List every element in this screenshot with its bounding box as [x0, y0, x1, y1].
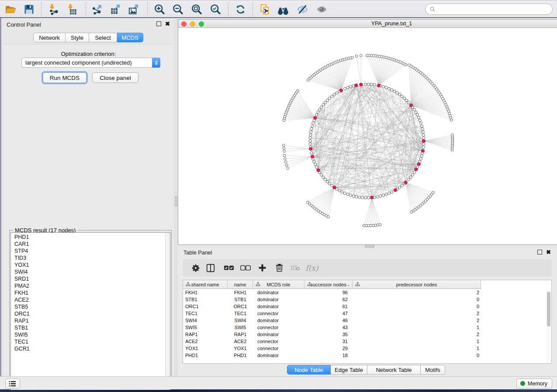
column-header-MCDS-role[interactable]: MCDS role — [253, 280, 304, 289]
scrollbar-thumb[interactable] — [547, 292, 550, 327]
mcds-result-item[interactable]: YOX1 — [14, 261, 165, 268]
table-settings-button[interactable] — [189, 261, 203, 275]
column-header-shared-name[interactable]: shared name — [183, 280, 228, 289]
mcds-result-item[interactable]: STB5 — [14, 303, 165, 310]
network-node — [349, 85, 352, 88]
function-builder-button[interactable]: f(x) — [305, 261, 319, 275]
horizontal-split-divider[interactable] — [178, 245, 557, 248]
mcds-result-item[interactable]: SWI5 — [14, 331, 165, 338]
cell-name: RAP1 — [228, 331, 253, 338]
column-header-name[interactable]: name — [228, 280, 253, 289]
network-node — [315, 166, 318, 168]
mcds-result-item[interactable]: FKH1 — [14, 289, 165, 296]
tab-mcds[interactable]: MCDS — [117, 33, 143, 42]
tab-style[interactable]: Style — [66, 33, 89, 42]
mcds-result-scrollbar[interactable] — [165, 232, 170, 391]
column-header-successor-nodes[interactable]: successor nodes⌄ — [304, 280, 353, 289]
mcds-result-item[interactable]: STP4 — [14, 248, 165, 254]
tab-node-table[interactable]: Node Table — [287, 365, 331, 375]
mcds-result-item[interactable]: ACE2 — [14, 296, 165, 303]
mcds-result-list[interactable]: PHD1CAR1STP4TID3YOX1SWI4SRD1PMA2FKH1ACE2… — [10, 232, 165, 391]
save-session-button[interactable] — [21, 3, 37, 15]
mcds-result-item[interactable]: ORC1 — [14, 310, 165, 317]
delete-column-button[interactable] — [272, 261, 286, 275]
network-node — [322, 176, 325, 179]
mcds-node — [339, 89, 343, 92]
table-row[interactable]: RAP1RAP1dominator352 — [183, 331, 546, 338]
run-mcds-button[interactable]: Run MCDS — [43, 72, 86, 83]
divider-grip[interactable] — [175, 196, 177, 206]
table-row[interactable]: SWI4SWI4dominator462 — [183, 317, 546, 324]
table-row[interactable]: ORC1ORC1dominator610 — [183, 303, 546, 310]
mcds-result-item[interactable]: TID3 — [14, 254, 165, 261]
mcds-result-item[interactable]: SWI4 — [14, 268, 165, 275]
network-node — [391, 191, 393, 193]
memory-button[interactable]: Memory — [516, 378, 552, 389]
export-table-button[interactable] — [107, 3, 123, 15]
network-window-titlebar[interactable]: YPA_prune.txt_1 — [178, 20, 557, 28]
import-table-button[interactable] — [64, 3, 80, 15]
table-row[interactable]: ACE2ACE2connector311 — [183, 338, 546, 345]
network-node — [364, 83, 367, 86]
mcds-result-item[interactable]: GCR1 — [14, 345, 165, 352]
mcds-result-item[interactable]: RAP1 — [14, 317, 165, 324]
zoom-selected-button[interactable] — [208, 3, 223, 15]
tab-network[interactable]: Network — [33, 33, 66, 42]
add-column-button[interactable] — [255, 261, 269, 275]
zoom-out-button[interactable] — [170, 3, 186, 15]
network-graph[interactable] — [178, 28, 557, 244]
hide-selected-button[interactable] — [294, 3, 310, 15]
minimize-window-icon[interactable] — [190, 21, 195, 27]
search-input[interactable] — [436, 5, 552, 14]
close-panel-icon[interactable]: ✖ — [546, 250, 551, 254]
toolbar-separator — [228, 2, 228, 16]
column-header-predecessor-nodes[interactable]: predecessor nodes — [353, 280, 481, 289]
table-row[interactable]: SWI5SWI5connector431 — [183, 324, 546, 331]
cell-successor-nodes: 35 — [304, 331, 353, 338]
tab-network-table[interactable]: Network Table — [367, 365, 421, 375]
table-row[interactable]: PHD1PHD1dominator180 — [183, 352, 546, 359]
copy-network-button[interactable] — [257, 3, 273, 15]
export-network-button[interactable] — [89, 3, 105, 15]
optimization-criterion-select[interactable]: largest connected component (undirected) — [21, 58, 160, 68]
network-node — [405, 99, 408, 102]
zoom-in-button[interactable] — [152, 3, 167, 15]
mcds-result-item[interactable]: SRD1 — [14, 275, 165, 282]
network-canvas[interactable] — [178, 28, 557, 244]
table-row[interactable]: YOX1YOX1connector291 — [183, 345, 546, 352]
float-panel-icon[interactable] — [156, 21, 161, 26]
tab-motifs[interactable]: Motifs — [421, 365, 445, 375]
mcds-result-item[interactable]: PHD1 — [14, 234, 165, 241]
export-image-button[interactable] — [126, 3, 142, 15]
float-panel-icon[interactable] — [537, 250, 542, 254]
tab-edge-table[interactable]: Edge Table — [331, 365, 367, 375]
show-hidden-button[interactable] — [314, 3, 329, 15]
search-network-button[interactable] — [275, 3, 291, 15]
table-row[interactable]: FKH1FKH1dominator962 — [183, 289, 546, 296]
mcds-result-item[interactable]: STB1 — [14, 324, 165, 331]
mcds-result-item[interactable]: PMA2 — [14, 282, 165, 289]
mcds-result-item[interactable]: TEC1 — [14, 338, 165, 345]
table-row[interactable]: STB1STB1dominator620 — [183, 296, 546, 303]
import-network-button[interactable] — [45, 3, 61, 15]
close-panel-button[interactable]: Close panel — [92, 72, 138, 83]
zoom-fit-button[interactable] — [189, 3, 204, 15]
close-panel-icon[interactable]: ✖ — [165, 21, 170, 26]
close-window-icon[interactable] — [181, 21, 187, 27]
table-row[interactable]: TEC1TEC1connector472 — [183, 310, 546, 317]
tab-select[interactable]: Select — [89, 33, 117, 42]
select-all-columns-button[interactable] — [222, 261, 236, 275]
delete-table-button[interactable] — [288, 261, 302, 275]
satellite-node — [408, 64, 411, 66]
mcds-result-item[interactable]: CAR1 — [14, 241, 165, 248]
refresh-layout-button[interactable] — [232, 3, 248, 15]
divider-grip[interactable] — [365, 245, 374, 248]
unselect-all-columns-button[interactable] — [239, 261, 253, 275]
open-file-button[interactable] — [3, 3, 18, 15]
show-column-panel-button[interactable] — [204, 261, 218, 275]
automation-panel-button[interactable] — [5, 378, 20, 389]
vertical-split-divider[interactable] — [174, 18, 178, 376]
mcds-node — [355, 84, 358, 87]
sort-desc-icon[interactable]: ⌄ — [346, 282, 350, 287]
table-scrollbar[interactable] — [546, 289, 551, 363]
